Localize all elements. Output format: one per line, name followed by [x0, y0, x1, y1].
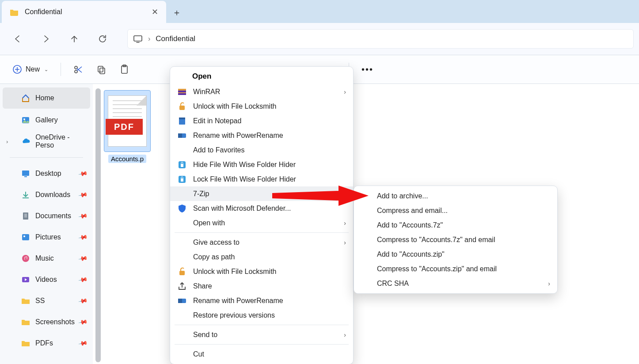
- menu-item[interactable]: WinRAR›: [170, 84, 353, 99]
- svg-rect-10: [22, 171, 29, 176]
- pin-icon: 📌: [78, 338, 88, 349]
- nav-bar: › Confidential: [0, 23, 639, 55]
- home-icon: [21, 94, 30, 102]
- svg-rect-19: [178, 92, 186, 93]
- menu-item[interactable]: Cut: [170, 347, 353, 361]
- svg-point-9: [23, 118, 25, 120]
- folder-icon: [21, 233, 30, 242]
- sidebar-item-ss[interactable]: SS📌: [0, 290, 93, 311]
- menu-item[interactable]: Send to›: [170, 327, 353, 342]
- paste-button[interactable]: [114, 61, 134, 78]
- new-button[interactable]: New ⌄: [7, 61, 53, 78]
- svg-rect-0: [134, 36, 142, 41]
- menu-item[interactable]: Give access to›: [170, 235, 353, 250]
- chevron-right-icon: ›: [344, 239, 346, 246]
- svg-rect-22: [179, 118, 185, 119]
- menu-item[interactable]: Rename with PowerRename: [170, 128, 353, 143]
- chevron-right-icon: ›: [344, 88, 346, 95]
- scrollbar[interactable]: [95, 88, 101, 362]
- pin-icon: 📌: [78, 317, 88, 327]
- chevron-right-icon: ›: [344, 190, 346, 197]
- back-button[interactable]: [5, 29, 30, 49]
- menu-item[interactable]: Open with›: [170, 216, 353, 230]
- refresh-button[interactable]: [90, 29, 115, 49]
- menu-item[interactable]: Hide File With Wise Folder Hider: [170, 157, 353, 172]
- sidebar-item-desktop[interactable]: Desktop📌: [0, 163, 93, 184]
- sidebar-item-home[interactable]: Home: [3, 87, 90, 109]
- clipboard-icon: [119, 64, 129, 74]
- ellipsis-icon: •••: [361, 64, 373, 75]
- sidebar-item-documents[interactable]: Documents📌: [0, 205, 93, 227]
- tab-title: Confidential: [25, 8, 145, 16]
- menu-item[interactable]: Unlock with File Locksmith: [170, 264, 353, 279]
- pin-icon: 📌: [78, 296, 88, 306]
- submenu-item[interactable]: Add to "Accounts.zip": [354, 247, 557, 262]
- svg-point-14: [23, 235, 25, 237]
- svg-rect-24: [178, 133, 182, 138]
- file-item[interactable]: PDF Accounts.p: [101, 90, 154, 163]
- chevron-right-icon[interactable]: ›: [6, 138, 8, 145]
- svg-rect-29: [179, 271, 185, 275]
- sidebar-item-pictures[interactable]: Pictures📌: [0, 227, 93, 248]
- sidebar-item-music[interactable]: Music📌: [0, 248, 93, 269]
- submenu-item[interactable]: Compress to "Accounts.7z" and email: [354, 232, 557, 247]
- sidebar-item-screenshots[interactable]: Screenshots📌: [0, 311, 93, 333]
- submenu-item[interactable]: Add to "Accounts.7z": [354, 218, 557, 232]
- svg-rect-26: [181, 164, 183, 167]
- context-menu-header: Open: [170, 69, 353, 84]
- chevron-down-icon: ⌄: [44, 67, 48, 72]
- sidebar-item-onedrive[interactable]: › OneDrive - Perso: [0, 131, 93, 152]
- cut-button[interactable]: [68, 61, 88, 78]
- menu-item[interactable]: Lock File With Wise Folder Hider: [170, 172, 353, 186]
- sidebar-item-videos[interactable]: Videos📌: [0, 269, 93, 290]
- chevron-right-icon: ›: [548, 280, 550, 287]
- menu-item[interactable]: Share: [170, 279, 353, 293]
- submenu-item[interactable]: Compress and email...: [354, 203, 557, 218]
- copy-icon: [96, 64, 106, 74]
- context-menu: Open WinRAR›Unlock with File LocksmithEd…: [170, 66, 354, 364]
- menu-item[interactable]: Restore previous versions: [170, 308, 353, 322]
- menu-item[interactable]: Unlock with File Locksmith: [170, 99, 353, 114]
- address-bar[interactable]: › Confidential: [127, 29, 634, 49]
- pin-icon: 📌: [78, 190, 88, 200]
- chevron-right-icon: ›: [148, 35, 150, 43]
- breadcrumb-current: Confidential: [156, 34, 195, 43]
- new-tab-button[interactable]: ＋: [166, 2, 187, 23]
- folder-icon: [21, 169, 30, 178]
- unlock-icon: [177, 267, 187, 277]
- share-icon: [177, 281, 187, 291]
- submenu-item[interactable]: CRC SHA›: [354, 276, 557, 291]
- menu-item[interactable]: Copy as path: [170, 250, 353, 264]
- menu-item[interactable]: Add to Favorites: [170, 143, 353, 157]
- menu-item[interactable]: Edit in Notepad: [170, 114, 353, 128]
- svg-point-15: [22, 255, 29, 262]
- svg-rect-20: [179, 106, 185, 110]
- more-button[interactable]: •••: [356, 61, 379, 78]
- tab-active[interactable]: Confidential ✕: [2, 1, 166, 23]
- file-thumbnail: PDF: [104, 90, 151, 152]
- copy-button[interactable]: [91, 61, 111, 78]
- close-icon[interactable]: ✕: [152, 7, 158, 17]
- winrar-icon: [177, 87, 187, 97]
- menu-item[interactable]: Scan with Microsoft Defender...: [170, 201, 353, 216]
- rename-icon: [177, 296, 187, 306]
- notepad-icon: [177, 116, 187, 126]
- sidebar-item-pdfs[interactable]: PDFs📌: [0, 333, 93, 354]
- submenu-item[interactable]: Compress to "Accounts.zip" and email: [354, 262, 557, 276]
- pin-icon: 📌: [78, 254, 88, 264]
- submenu-item[interactable]: Add to archive...: [354, 189, 557, 203]
- pin-icon: 📌: [78, 169, 88, 179]
- chevron-right-icon: ›: [344, 331, 346, 338]
- forward-button[interactable]: [34, 29, 58, 49]
- svg-rect-12: [23, 212, 28, 220]
- sidebar-item-gallery[interactable]: Gallery: [0, 110, 93, 131]
- gallery-icon: [21, 116, 30, 125]
- menu-item[interactable]: 7-Zip›: [170, 186, 353, 201]
- shield-icon: [177, 204, 187, 213]
- folder-icon: [21, 212, 30, 220]
- folder-icon: [21, 275, 30, 284]
- folder-icon: [21, 339, 30, 348]
- sidebar-item-downloads[interactable]: Downloads📌: [0, 184, 93, 205]
- up-button[interactable]: [62, 29, 87, 49]
- menu-item[interactable]: Rename with PowerRename: [170, 293, 353, 308]
